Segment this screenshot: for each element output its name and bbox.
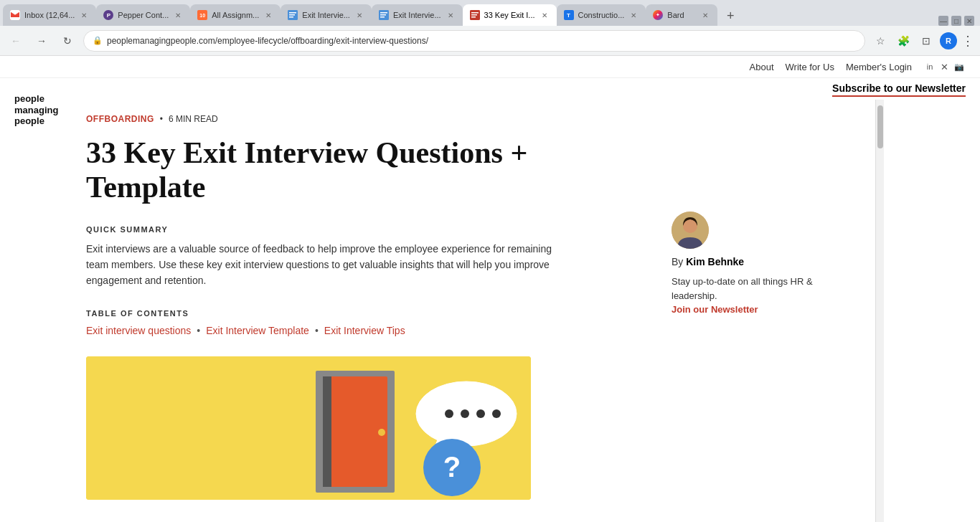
tab-bard-label: Bard [667,11,696,19]
page-content: About Write for Us Member's Login in ✕ 📷… [0,56,980,522]
svg-rect-8 [380,16,385,18]
svg-point-21 [461,409,469,418]
site-logo[interactable]: people managing people [14,100,58,127]
back-button[interactable]: ← [6,31,26,51]
tab-assignments-label: All Assignm... [212,11,259,19]
author-name: By Kim Behnke [672,256,744,267]
members-login-link[interactable]: Member's Login [846,62,912,72]
summary-text-content: Exit interviews are a valuable source of… [86,243,552,287]
tab-33key-close[interactable]: ✕ [540,10,550,20]
svg-point-20 [445,409,453,418]
tab-assignments[interactable]: 10 All Assignm... ✕ [190,4,281,26]
toc-link-questions[interactable]: Exit interview questions [86,325,191,336]
newsletter-static-text: Stay up-to-date on all things HR & leade… [672,276,813,301]
subscribe-bar: Subscribe to our Newsletter [0,78,980,100]
tab-bard-close[interactable]: ✕ [700,10,710,20]
scrollbar[interactable] [875,100,884,522]
address-actions: ☆ 🧩 ⊡ R ⋮ [871,32,974,50]
svg-text:?: ? [443,451,461,483]
svg-rect-6 [380,12,387,14]
sidebar-area: By Kim Behnke Stay up-to-date on all thi… [646,100,875,522]
new-tab-button[interactable]: + [720,6,740,26]
linkedin-icon[interactable]: in [923,60,936,73]
author-name-text: Kim Behnke [686,256,744,267]
svg-rect-4 [289,16,293,18]
by-label: By [672,256,683,267]
toc-link-template[interactable]: Exit Interview Template [206,325,309,336]
svg-rect-2 [289,12,296,14]
tab-pepper-close[interactable]: ✕ [173,10,183,20]
article-title: 33 Key Exit Interview Questions + Templa… [86,136,574,205]
site-topnav: About Write for Us Member's Login in ✕ 📷 [0,56,980,78]
tab-exit2-label: Exit Intervie... [393,11,441,19]
forward-button[interactable]: → [32,31,52,51]
newsletter-text: Stay up-to-date on all things HR & leade… [672,275,849,317]
tab-exit1-label: Exit Intervie... [302,11,350,19]
topnav-close-button[interactable]: ✕ [941,62,948,72]
minimize-button[interactable]: — [938,16,948,26]
bookmark-button[interactable]: ☆ [871,32,890,50]
split-view-button[interactable]: ⊡ [917,32,936,50]
svg-rect-12 [471,16,476,18]
tab-gmail-close[interactable]: ✕ [79,10,89,20]
tab-33key[interactable]: 33 Key Exit I... ✕ [463,4,557,26]
svg-rect-10 [471,12,479,14]
category-line: OFFBOARDING • 6 MIN READ [86,114,617,124]
maximize-button[interactable]: □ [951,16,961,26]
tab-exit2-close[interactable]: ✕ [446,10,456,20]
tab-exit2[interactable]: Exit Intervie... ✕ [372,4,463,26]
svg-rect-3 [289,14,295,16]
category-label[interactable]: OFFBOARDING [86,114,154,124]
svg-rect-11 [471,14,477,16]
tab-pepper-label: Pepper Cont... [118,11,169,19]
read-time: 6 MIN READ [169,114,218,124]
write-for-us-link[interactable]: Write for Us [786,62,834,72]
main-layout: people managing people OFFBOARDING • 6 M… [0,100,980,522]
svg-point-17 [378,429,385,436]
toc-link-tips[interactable]: Exit Interview Tips [324,325,405,336]
about-link[interactable]: About [750,62,774,72]
tab-gmail[interactable]: Inbox (12,64... ✕ [3,4,96,26]
hero-image: ? [86,356,531,500]
content-area: people managing people OFFBOARDING • 6 M… [0,100,646,522]
chrome-menu-button[interactable]: ⋮ [961,33,974,49]
toc-label: TABLE OF CONTENTS [86,309,617,318]
toc-links: Exit interview questions • Exit Intervie… [86,325,617,336]
tab-assignments-close[interactable]: ✕ [263,10,273,20]
tab-exit1-close[interactable]: ✕ [354,10,364,20]
social-icons: in ✕ 📷 [923,60,966,73]
summary-text: Exit interviews are a valuable source of… [86,241,560,289]
tab-pepper[interactable]: P Pepper Cont... ✕ [96,4,190,26]
tab-construction-label: Constructio... [578,11,625,19]
svg-rect-15 [323,376,387,487]
tab-construction-close[interactable]: ✕ [628,10,639,20]
tab-gmail-label: Inbox (12,64... [24,11,75,19]
address-text: peoplemanagingpeople.com/employee-lifecy… [107,36,856,46]
tab-33key-label: 33 Key Exit I... [484,11,535,19]
extensions-button[interactable]: 🧩 [894,32,913,50]
address-bar[interactable]: 🔒 peoplemanagingpeople.com/employee-life… [83,30,865,52]
author-card: By Kim Behnke Stay up-to-date on all thi… [660,200,861,328]
reload-button[interactable]: ↻ [57,31,77,51]
svg-rect-7 [380,14,386,16]
scroll-thumb[interactable] [877,105,883,148]
tab-construction[interactable]: T Constructio... ✕ [557,4,646,26]
instagram-icon[interactable]: 📷 [953,60,966,73]
dot-separator: • [160,114,163,124]
svg-point-23 [492,409,501,418]
toc-sep-1: • [197,325,200,336]
browser-frame: Inbox (12,64... ✕ P Pepper Cont... ✕ 10 … [0,0,980,522]
close-button[interactable]: ✕ [964,16,974,26]
tab-exit1[interactable]: Exit Intervie... ✕ [281,4,372,26]
profile-button[interactable]: R [940,32,957,49]
join-newsletter-link[interactable]: Join our Newsletter [672,304,758,315]
toc-sep-2: • [315,325,319,336]
svg-point-22 [476,409,485,418]
tab-bard[interactable]: ✦ Bard ✕ [646,4,717,26]
subscribe-newsletter-button[interactable]: Subscribe to our Newsletter [832,81,966,97]
author-avatar [672,212,709,249]
lock-icon: 🔒 [93,36,103,45]
svg-rect-16 [323,376,331,487]
tabs-bar: Inbox (12,64... ✕ P Pepper Cont... ✕ 10 … [0,0,980,26]
address-bar-row: ← → ↻ 🔒 peoplemanagingpeople.com/employe… [0,26,980,56]
